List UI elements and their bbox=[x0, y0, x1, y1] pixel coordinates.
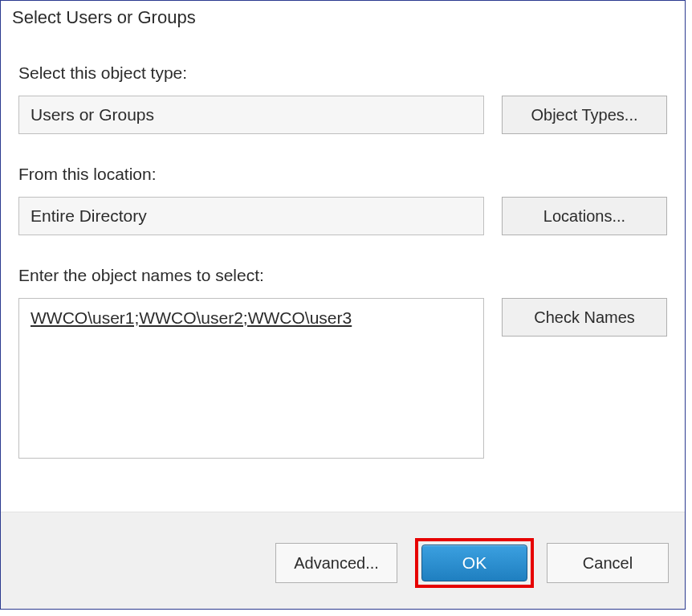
object-types-button[interactable]: Object Types... bbox=[502, 96, 667, 134]
object-type-field: Users or Groups bbox=[18, 96, 484, 134]
location-field: Entire Directory bbox=[18, 197, 484, 235]
ok-button[interactable]: OK bbox=[421, 545, 527, 581]
ok-highlight: OK bbox=[415, 538, 534, 588]
cancel-button[interactable]: Cancel bbox=[547, 543, 669, 583]
location-row: Entire Directory Locations... bbox=[18, 197, 667, 235]
select-users-groups-dialog: Select Users or Groups Select this objec… bbox=[0, 0, 686, 610]
object-names-input[interactable] bbox=[18, 298, 484, 459]
object-names-row: Check Names bbox=[18, 298, 667, 459]
location-label: From this location: bbox=[18, 165, 667, 184]
object-type-row: Users or Groups Object Types... bbox=[18, 96, 667, 134]
dialog-body: Select this object type: Users or Groups… bbox=[1, 35, 685, 512]
locations-button[interactable]: Locations... bbox=[502, 197, 667, 235]
dialog-title: Select Users or Groups bbox=[1, 1, 685, 35]
advanced-button[interactable]: Advanced... bbox=[275, 543, 397, 583]
check-names-button[interactable]: Check Names bbox=[502, 298, 667, 337]
object-type-label: Select this object type: bbox=[18, 63, 667, 83]
object-names-label: Enter the object names to select: bbox=[18, 266, 667, 285]
dialog-footer: Advanced... OK Cancel bbox=[1, 512, 685, 609]
